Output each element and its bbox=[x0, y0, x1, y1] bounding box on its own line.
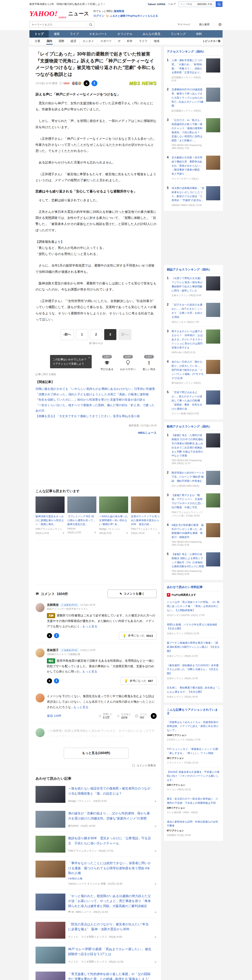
ranking-item[interactable]: 1 【速報】埼玉・八潮市の道路陥没 穴の中での男性運転手の捜索を消防断念 あふれ… bbox=[167, 431, 220, 468]
search-input[interactable] bbox=[30, 23, 87, 26]
share-x-icon[interactable]: X bbox=[84, 80, 89, 86]
page-number-button[interactable]: 1 bbox=[76, 329, 88, 340]
trending-query-chip[interactable]: ↑婚前契約 大谷... bbox=[194, 2, 216, 7]
provider-logo[interactable]: MBS NEWS bbox=[129, 81, 156, 86]
ranking-item[interactable]: 3 【速報】愛子さまが「鴨場」でデビューへ 天皇陛下がプロポーズされた思い出の鴨… bbox=[167, 491, 220, 520]
signup-link[interactable]: 新規取得 bbox=[114, 10, 124, 13]
gear-icon[interactable]: ⚙ bbox=[214, 22, 223, 27]
topics-list-link[interactable]: トピックス一覧 bbox=[203, 40, 221, 43]
commenter-name[interactable]: 京師美佳 bbox=[47, 603, 59, 607]
reaction-button-new-view[interactable]: 2,317 ! 新しい視点 bbox=[142, 355, 155, 371]
purchase-history-link[interactable]: 購入履歴 bbox=[195, 23, 214, 26]
avatar[interactable] bbox=[35, 603, 45, 612]
keyword-search-button[interactable] bbox=[87, 23, 94, 25]
share-x-icon[interactable]: X bbox=[151, 713, 156, 719]
article-card[interactable]: 阪神淡路大震災をきっかけに新聞記者から防災士へ「復興と再生... FNNプライム… bbox=[35, 496, 65, 535]
reacted-article-item[interactable]: 東京・足立区の川で一部水質が基準超に 八潮市の下流側 下水道との因果関係は不明 … bbox=[167, 794, 220, 817]
paid-article-item[interactable]: 親プーチン独裁者の長男を東京で激撮！《資産凍結直前に5億円マンション購入》【全文… bbox=[167, 638, 220, 660]
empathy-reaction[interactable]: ☺共感した2.1万 bbox=[98, 713, 112, 719]
reacted-article-item[interactable]: TXT ヒュニンカイ、“家族集合ショット”公開「美しすぎる」「神々しい」ファン悶… bbox=[167, 745, 220, 767]
article-list-item[interactable]: ＜後を絶たない仮設住宅での孤独死＞被災者同士のつながり生む情報収集と「場」の設定… bbox=[35, 782, 156, 807]
avatar[interactable] bbox=[35, 694, 45, 702]
hmm-reaction[interactable]: ☹うーん707 bbox=[135, 713, 147, 719]
nav-tab[interactable]: 有料 bbox=[191, 30, 207, 38]
reaction-button-learned[interactable]: 2,817 学びがある bbox=[100, 355, 113, 371]
avatar[interactable] bbox=[35, 648, 45, 657]
paid-article-item[interactable]: 《森友裁判・逆転勝訴までの2000日》赤木雅子さんが語った「決断と石破さん」【全… bbox=[167, 661, 220, 683]
related-link[interactable]: 「一生分くらい泣いた」地すべりで家族失った医師、傷んだ母の顔を「針と糸」で縫った… bbox=[35, 402, 156, 414]
section-heading[interactable]: あわせて読みたい有料記事 bbox=[167, 585, 220, 591]
provider-link[interactable]: MBSニュース bbox=[35, 430, 156, 436]
reacted-article-item[interactable]: 過去に参院宿舎も訪問 外相公邸侵入の女性不審者 97リアクション 共同通信 2/… bbox=[167, 817, 220, 840]
page-number-button[interactable]: 3 bbox=[104, 329, 116, 340]
category-tab[interactable]: エンタメ bbox=[79, 38, 97, 45]
ranking-item[interactable]: 2 陥没現場から約100メートル下流...ドローンで“運転席”確認 運転手捜索へ… bbox=[167, 468, 220, 490]
mypage-link[interactable]: マイページ bbox=[173, 23, 195, 26]
page-number-button[interactable]: 2 bbox=[90, 329, 102, 340]
article-list-item[interactable]: 「育児放棄して性的虐待を繰り返した毒親」や「父の闘病中に浪費を重ねた母」との絶縁… bbox=[35, 968, 156, 980]
nav-tab[interactable]: トップ bbox=[29, 30, 49, 38]
avatar[interactable] bbox=[35, 728, 45, 737]
close-icon[interactable]: ✕ bbox=[155, 936, 156, 939]
related-link[interactable]: 「消費されて終わった」溺れた子ども助けようとした夫死亡『美談』の報道に違和感 bbox=[35, 391, 156, 397]
section-heading[interactable]: 雑誌アクセスランキング（国内） bbox=[167, 268, 220, 274]
share-x-icon[interactable]: X bbox=[47, 633, 52, 638]
ranking-item[interactable]: 4 金のない日本人の「静かな怒り」が拡大している...。黒門市場で販売される「イ… bbox=[167, 357, 220, 388]
close-icon[interactable]: ✕ bbox=[155, 911, 156, 914]
share-facebook-icon[interactable]: f bbox=[91, 80, 97, 86]
see-more-link[interactable]: ...もっと見る bbox=[80, 670, 97, 673]
reacted-article-item[interactable]: 【RIZIN】朝倉未来＆久保優太、平本蓮との再戦に向け「バチバチのスパーリングお… bbox=[167, 767, 220, 794]
ranking-item[interactable]: 5 【速報】埼玉・八潮市の道路陥没 消防による男性トラック運転手（74）の本格的… bbox=[167, 550, 220, 579]
paid-article-item[interactable]: 長野3人殺傷 バスケ少年を変えた借金地獄【全文公開】 文春オンライン 1/30(… bbox=[167, 620, 220, 638]
nav-tab[interactable]: ライブ bbox=[65, 30, 84, 38]
close-icon[interactable]: ✕ bbox=[158, 531, 160, 535]
reply-link[interactable]: 返信 120件 bbox=[47, 714, 61, 718]
helpful-button[interactable]: 💡参考になった5513 bbox=[119, 632, 156, 640]
yahoo-japan-link[interactable]: Yahoo! JAPAN bbox=[148, 3, 165, 6]
article-list-item[interactable]: 弟の誕生が「悲劇の始まり」...父から性的虐待、母から暴力を受け続けた29歳女性… bbox=[35, 807, 156, 832]
category-tab[interactable]: 国際 bbox=[55, 38, 67, 45]
article-card[interactable]: ＜5000人超の命を奪った災害関連死＞拾い切れない"最期の声" 未... Wed… bbox=[99, 496, 128, 535]
close-icon[interactable]: ✕ bbox=[62, 531, 65, 535]
hashtag-link[interactable]: #令和の人権 bbox=[68, 877, 152, 880]
more-comments-button[interactable]: もっと見る(1604件) bbox=[64, 748, 129, 759]
close-icon[interactable]: ✕ bbox=[94, 531, 96, 534]
ranking-item[interactable]: 5 「空港で呼び止める人が...」迎えのタクシーが遅刻して乗ったあの日航機「逆噴… bbox=[167, 388, 220, 418]
nav-tab[interactable]: オリジナル bbox=[112, 30, 137, 38]
ranking-item[interactable]: 2 「紀子さまへの反抗心を露わに...」佳子さまがここへきて「公務ご欠席」を続け… bbox=[167, 300, 220, 326]
ranking-item[interactable]: 5 埼玉県の道路陥没事故...「技術者をないがしろにしたツケ」配管のプロが提言「… bbox=[167, 183, 220, 210]
close-icon[interactable]: ✕ bbox=[88, 356, 90, 360]
article-list-item[interactable]: 教訓を語り継ぎ30年 震災きっかけに「公衆電話」守る店主 子供たちに使い方レクチ… bbox=[35, 832, 156, 857]
paid-article-item[interactable]: ジョー山中「黒人混血スターの苦悩」（3）根底にあったロック魂「『基地』は音楽以外… bbox=[167, 597, 220, 620]
helpful-button[interactable]: 💡参考になった687 bbox=[121, 677, 156, 685]
related-link[interactable]: 【画像を見る】「大丈夫ですか？連絡してきてください」安否を尋ねる張り紙 bbox=[35, 414, 156, 419]
ranking-item[interactable]: 1 《火渡りで男性が大火傷》フジテレビ港浩一前社長が番組制作で起きた事故隠蔽に関… bbox=[167, 274, 220, 300]
ranking-item[interactable]: 1 八潮・運転手捜索に三つの壁...「大量の水」「軟弱地盤」「有毒ガス」、頭抱え… bbox=[167, 56, 220, 85]
see-more-link[interactable]: ...もっと見る bbox=[80, 625, 97, 628]
paid-article-item[interactable]: 石丸伸二 都知事選で重大疑惑...担当者は「こんなん捕まるぞ」【全文公開】 文春… bbox=[167, 683, 220, 701]
category-tab[interactable]: IT bbox=[115, 38, 123, 45]
category-tab[interactable]: 国内 bbox=[43, 38, 55, 45]
login-link[interactable]: ログイン bbox=[93, 14, 104, 18]
share-facebook-icon[interactable]: f bbox=[54, 678, 59, 684]
see-more-link[interactable]: ...もっと見る bbox=[71, 705, 89, 709]
section-heading[interactable]: こんな記事もリアクションされています bbox=[167, 708, 220, 718]
section-heading[interactable]: アクセスランキング（国内） bbox=[167, 50, 220, 56]
ranking-item[interactable]: 4 8歳女児が性的暴行被害 誕生日プレゼント買った...自称無職の34歳男を逮捕… bbox=[167, 520, 220, 550]
category-tab[interactable]: 経済 bbox=[67, 38, 79, 45]
related-link[interactable]: 住職に服を脱がされても「いやらしい気持ちがお導師にあるわけがない」日常的に性被害 bbox=[35, 386, 156, 391]
comment-count-badge[interactable]: 1604 bbox=[59, 82, 70, 85]
close-icon[interactable]: ✕ bbox=[155, 800, 156, 803]
share-x-icon[interactable]: X bbox=[47, 678, 52, 684]
category-tab[interactable]: スポーツ bbox=[97, 38, 115, 45]
web-search-box[interactable]: ウェブ検索 ↑婚前契約 大谷... bbox=[179, 1, 223, 7]
article-list-item[interactable]: 神戸“カレー界隈”の新星 「死ぬまでカレー屋したい」 被災経験持つ店主が語る“1… bbox=[35, 943, 156, 968]
reacted-article-item[interactable]: 「芸能界はもうめちゃくちゃ」性被害告発の若林志穂、メディアに訴え「真実に目を背け… bbox=[167, 718, 220, 745]
close-icon[interactable]: ✕ bbox=[126, 531, 128, 535]
report-article-link[interactable]: 記事に関する報告 bbox=[35, 373, 56, 376]
close-icon[interactable]: ✕ bbox=[155, 883, 156, 886]
hide-comments-checkbox[interactable] bbox=[132, 764, 135, 767]
close-icon[interactable]: ✕ bbox=[155, 825, 156, 828]
web-search-button[interactable] bbox=[216, 2, 222, 7]
help-link[interactable]: ヘルプ bbox=[168, 2, 176, 6]
